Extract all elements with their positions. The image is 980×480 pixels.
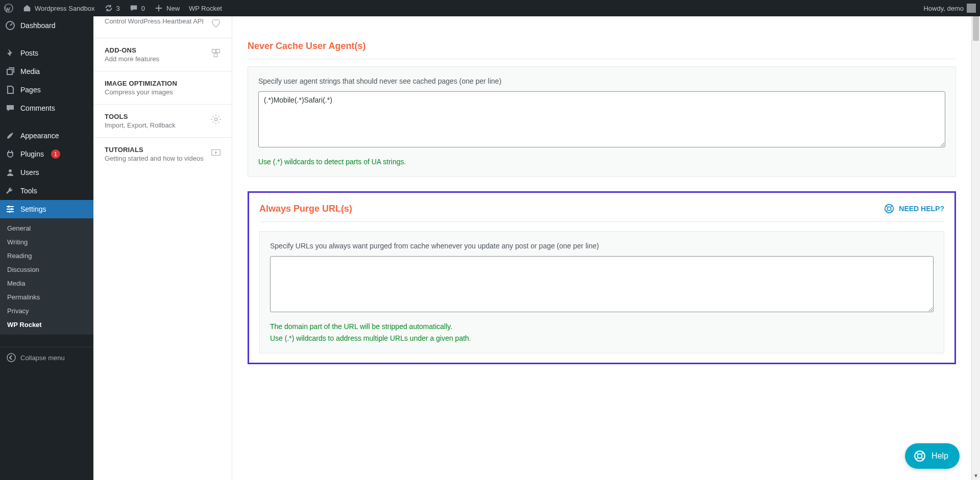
media-icon [5,66,15,77]
plugin-tab-heartbeat[interactable]: Control WordPress Heartbeat API [93,16,232,38]
dashboard-icon [5,20,15,31]
submenu-wp-rocket[interactable]: WP Rocket [0,318,93,332]
submenu-media[interactable]: Media [0,276,93,290]
sidebar-item-label: Settings [20,205,46,213]
purge-label: Specify URLs you always want purged from… [270,242,934,250]
need-help-link[interactable]: NEED HELP? [884,203,944,214]
refresh-icon [104,4,113,13]
avatar [967,4,976,13]
submenu-privacy[interactable]: Privacy [0,304,93,318]
updates-link[interactable]: 3 [104,4,120,13]
admin-sidebar: Dashboard Posts Media Pages Comments App… [0,16,93,480]
howdy-text: Howdy, demo [923,5,964,12]
sidebar-item-plugins[interactable]: Plugins 1 [0,145,93,163]
updates-count: 3 [116,5,120,12]
plugin-tab-addons[interactable]: ADD-ONS Add more features [93,38,232,71]
user-agents-textarea[interactable] [258,91,945,147]
sidebar-item-label: Comments [20,104,55,112]
svg-point-15 [918,454,922,459]
sidebar-item-label: Posts [20,49,38,57]
purge-hint-1: The domain part of the URL will be strip… [270,321,934,332]
boxes-icon [209,46,223,60]
sidebar-item-label: Media [20,67,40,75]
svg-rect-8 [216,49,219,53]
brush-icon [5,131,15,141]
purge-textarea[interactable] [270,256,934,312]
comment-icon [129,4,138,13]
sidebar-item-users[interactable]: Users [0,163,93,182]
plugin-tab-tutorials[interactable]: TUTORIALS Getting started and how to vid… [93,138,232,170]
comments-count: 0 [141,5,145,12]
settings-submenu: General Writing Reading Discussion Media… [0,218,93,335]
page-scrollbar[interactable]: ▲ ▼ [971,0,980,480]
plugin-tab-tools[interactable]: TOOLS Import, Export, Rollback [93,105,232,138]
sidebar-item-dashboard[interactable]: Dashboard [0,16,93,35]
heartbeat-icon [209,16,223,30]
lifebuoy-icon [884,203,895,214]
svg-point-4 [11,208,13,210]
sliders-icon [5,204,15,214]
wp-rocket-toolbar-link[interactable]: WP Rocket [189,5,222,12]
video-icon [209,146,223,159]
user-agents-card: Specify user agent strings that should n… [248,66,956,177]
sidebar-item-tools[interactable]: Tools [0,182,93,200]
svg-point-2 [9,169,12,172]
user-icon [5,167,15,178]
purge-hint-2: Use (.*) wildcards to address multiple U… [270,333,934,344]
sidebar-item-posts[interactable]: Posts [0,44,93,62]
svg-point-5 [9,211,11,213]
admin-toolbar: Wordpress Sandbox 3 0 New WP Rocket Howd… [0,0,980,16]
lifebuoy-icon [913,449,926,463]
comments-link[interactable]: 0 [129,4,145,13]
collapse-menu-button[interactable]: Collapse menu [0,347,93,368]
sidebar-item-settings[interactable]: Settings [0,200,93,218]
submenu-reading[interactable]: Reading [0,249,93,263]
section-heading-purge: Always Purge URL(s) [259,204,352,214]
wrench-icon [5,186,15,196]
purge-card: Specify URLs you always want purged from… [259,231,944,353]
submenu-writing[interactable]: Writing [0,235,93,249]
new-content-link[interactable]: New [154,4,180,13]
sidebar-item-label: Pages [20,86,41,94]
user-agents-hint: Use (.*) wildcards to detect parts of UA… [258,156,945,167]
sidebar-item-media[interactable]: Media [0,62,93,81]
always-purge-highlight: Always Purge URL(s) NEED HELP? Specify U… [248,191,956,364]
submenu-general[interactable]: General [0,221,93,235]
section-heading-user-agents: Never Cache User Agent(s) [248,41,956,59]
site-title: Wordpress Sandbox [35,5,95,12]
sidebar-item-label: Tools [20,187,37,195]
collapse-icon [6,352,16,363]
plus-icon [154,4,163,13]
svg-point-6 [7,353,15,362]
sidebar-item-label: Dashboard [20,21,56,30]
plugin-tab-image-optimization[interactable]: IMAGE OPTIMIZATION Compress your images [93,71,232,105]
submenu-discussion[interactable]: Discussion [0,263,93,276]
pin-icon [5,48,15,58]
site-home-link[interactable]: Wordpress Sandbox [22,4,95,13]
collapse-label: Collapse menu [20,354,65,362]
sidebar-item-label: Plugins [20,150,44,158]
svg-rect-7 [212,49,215,53]
sidebar-item-appearance[interactable]: Appearance [0,127,93,145]
plug-icon [5,149,15,159]
update-badge: 1 [51,149,60,159]
svg-rect-9 [214,54,217,57]
home-icon [22,4,32,13]
new-label: New [166,5,180,12]
gear-icon [209,113,223,126]
pages-icon [5,85,15,95]
main-content: Never Cache User Agent(s) Specify user a… [232,16,971,480]
help-chat-button[interactable]: Help [905,443,960,469]
comment-icon [5,103,15,113]
sidebar-item-label: Appearance [20,132,59,140]
sidebar-item-pages[interactable]: Pages [0,81,93,99]
sidebar-item-label: Users [20,168,39,176]
user-agents-label: Specify user agent strings that should n… [258,77,945,85]
submenu-permalinks[interactable]: Permalinks [0,290,93,304]
svg-point-10 [214,118,217,121]
user-account-link[interactable]: Howdy, demo [923,4,976,13]
svg-point-13 [888,207,891,211]
wp-logo[interactable] [4,4,13,13]
sidebar-item-comments[interactable]: Comments [0,99,93,117]
wordpress-icon [4,4,13,13]
